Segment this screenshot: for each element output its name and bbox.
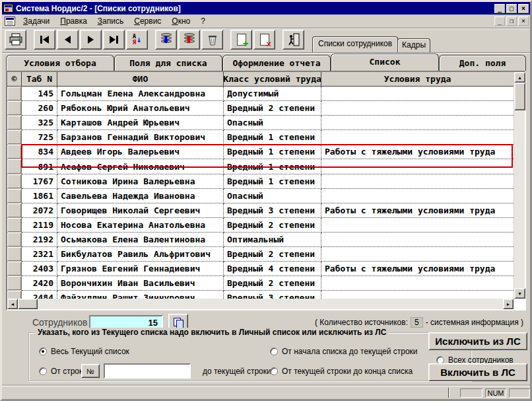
database-upload-icon: ⬆ bbox=[183, 33, 196, 46]
radio-current-to-end[interactable]: От текущей строки до конца списка bbox=[270, 367, 413, 376]
row-number-button[interactable]: № bbox=[81, 364, 100, 378]
cell-tab-number: 2484 bbox=[22, 291, 57, 299]
horizontal-scrollbar[interactable]: ◄ ► bbox=[7, 299, 514, 309]
radio-dot bbox=[270, 347, 278, 355]
menu-tasks[interactable]: Задачи bbox=[18, 15, 55, 27]
next-record-button[interactable] bbox=[80, 30, 102, 50]
cell-tab-number: 2192 bbox=[22, 233, 57, 247]
menu-edit[interactable]: Правка bbox=[55, 15, 92, 27]
clear-list-button[interactable] bbox=[201, 30, 223, 50]
cell-labor-conditions bbox=[321, 218, 514, 233]
cell-labor-class: Вредный 1 степени bbox=[224, 130, 321, 145]
cell-tab-number: 834 bbox=[22, 145, 57, 159]
tab-report-layout[interactable]: Оформление отчета bbox=[222, 55, 331, 71]
save-list-button[interactable]: ⬆ bbox=[178, 30, 200, 50]
table-row[interactable]: 2484 Файзуллин Рашит Зиннурович Вредный … bbox=[7, 291, 514, 299]
mdi-minimize-icon[interactable]: _ bbox=[494, 17, 505, 26]
row-selector[interactable] bbox=[7, 291, 22, 299]
table-row[interactable]: 1861 Савельева Надежда Ивановна Опасный bbox=[7, 189, 514, 203]
sort-button[interactable]: А Я ↓ bbox=[126, 30, 148, 50]
scroll-down-icon[interactable]: ▼ bbox=[514, 288, 525, 299]
mdi-tab-bar: Списки сотрудников Кадры bbox=[312, 30, 430, 52]
print-button[interactable] bbox=[5, 30, 26, 50]
table-row[interactable]: 2403 Грязнов Евгений Геннадиевич Вредный… bbox=[7, 262, 514, 276]
cell-name: Авдеев Игорь Валерьевич bbox=[57, 145, 224, 159]
scroll-right-icon[interactable]: ► bbox=[503, 299, 514, 309]
table-row[interactable]: 2072 Говорищев Николай Сергеевич Вредный… bbox=[7, 203, 514, 218]
row-selector[interactable] bbox=[7, 218, 22, 233]
tab-selection-conditions[interactable]: Условия отбора bbox=[6, 55, 114, 71]
copy-icon bbox=[174, 318, 183, 327]
scroll-up-icon[interactable]: ▲ bbox=[514, 72, 525, 83]
table-row[interactable]: 834 Авдеев Игорь Валерьевич Вредный 1 ст… bbox=[7, 145, 514, 159]
load-list-button[interactable]: ⬇ bbox=[155, 30, 177, 50]
row-selector[interactable] bbox=[7, 189, 22, 203]
row-number-input[interactable] bbox=[104, 363, 191, 379]
row-selector[interactable] bbox=[7, 101, 22, 116]
vertical-scrollbar[interactable]: ▲ ▼ bbox=[514, 72, 525, 299]
tab-list-fields[interactable]: Поля для списка bbox=[114, 55, 222, 71]
marker-column-header: © bbox=[7, 72, 22, 86]
row-selector[interactable] bbox=[7, 276, 22, 291]
mdi-tab-employee-lists[interactable]: Списки сотрудников bbox=[312, 36, 398, 52]
row-selector[interactable] bbox=[7, 247, 22, 262]
labor-conditions-column-header: Условия труда bbox=[321, 72, 514, 86]
scroll-left-icon[interactable]: ◄ bbox=[7, 299, 18, 309]
delete-record-button[interactable]: ✕ bbox=[253, 30, 275, 50]
table-row[interactable]: 145 Гольцман Елена Александровна Допусти… bbox=[7, 87, 514, 101]
title-bar: Система Нордис/2 - [Списки сотрудников] … bbox=[2, 2, 530, 15]
close-icon[interactable]: × bbox=[518, 4, 529, 13]
mdi-restore-icon[interactable]: ❐ bbox=[506, 17, 517, 26]
mdi-tab-personnel[interactable]: Кадры bbox=[397, 38, 430, 52]
radio-start-to-current[interactable]: От начала списка до текущей строки bbox=[270, 347, 418, 356]
table-row[interactable]: 2192 Осьмакова Елена Валентиновна Оптима… bbox=[7, 233, 514, 247]
cell-tab-number: 2403 bbox=[22, 262, 57, 276]
first-record-button[interactable] bbox=[34, 30, 55, 50]
cell-name: Осьмакова Елена Валентиновна bbox=[57, 233, 224, 247]
next-record-icon bbox=[88, 36, 94, 44]
row-selector[interactable] bbox=[7, 116, 22, 130]
radio-from-row[interactable]: От строки bbox=[39, 367, 87, 376]
include-in-list-button[interactable]: Включить в ЛС bbox=[428, 363, 527, 381]
table-row[interactable]: 891 Асафов Сергей Николаевич Вредный 1 с… bbox=[7, 159, 514, 174]
table-row[interactable]: 725 Барзанов Геннадий Викторович Вредный… bbox=[7, 130, 514, 145]
menu-service[interactable]: Сервис bbox=[129, 15, 166, 27]
cell-labor-class: Вредный 4 степени bbox=[224, 262, 321, 276]
table-row[interactable]: 2420 Ворончихин Иван Васильевич Вредный … bbox=[7, 276, 514, 291]
row-selector[interactable] bbox=[7, 262, 22, 276]
table-row[interactable]: 325 Карташов Андрей Юрьевич Опасный bbox=[7, 116, 514, 130]
vertical-scroll-thumb[interactable] bbox=[514, 83, 525, 110]
mdi-system-menu-icon[interactable] bbox=[5, 17, 15, 26]
row-selector[interactable] bbox=[7, 233, 22, 247]
menu-window[interactable]: Окно bbox=[166, 15, 195, 27]
app-window: Система Нордис/2 - [Списки сотрудников] … bbox=[0, 0, 532, 401]
radio-whole-list[interactable]: Весь Текущий список bbox=[39, 347, 129, 356]
mdi-close-icon[interactable]: × bbox=[518, 17, 529, 26]
row-selector[interactable] bbox=[7, 174, 22, 189]
row-selector[interactable] bbox=[7, 203, 22, 218]
horizontal-scroll-thumb[interactable] bbox=[18, 299, 38, 309]
table-row[interactable]: 2321 Бикбулатов Равиль Альфритович Вредн… bbox=[7, 247, 514, 262]
tab-list[interactable]: Список bbox=[331, 54, 439, 71]
minimize-icon[interactable]: _ bbox=[494, 4, 505, 13]
menu-help[interactable]: ? bbox=[195, 15, 211, 27]
menu-record[interactable]: Запись bbox=[92, 15, 129, 27]
row-selector[interactable] bbox=[7, 87, 22, 101]
cell-tab-number: 145 bbox=[22, 87, 57, 101]
tab-extra-fields[interactable]: Доп. поля bbox=[439, 55, 526, 71]
previous-record-button[interactable] bbox=[57, 30, 79, 50]
add-record-button[interactable]: + bbox=[230, 30, 252, 50]
row-selector[interactable] bbox=[7, 145, 22, 159]
table-row[interactable]: 260 Рябоконь Юрий Анатольевич Вредный 2 … bbox=[7, 101, 514, 116]
exclude-from-list-button[interactable]: Исключить из ЛС bbox=[428, 332, 527, 350]
maximize-icon[interactable]: □ bbox=[506, 4, 517, 13]
row-selector[interactable] bbox=[7, 130, 22, 145]
exit-button[interactable] bbox=[283, 30, 304, 50]
last-record-button[interactable] bbox=[103, 30, 125, 50]
table-row[interactable]: 2119 Носова Екатерина Анатольевна Вредны… bbox=[7, 218, 514, 233]
cell-labor-class: Вредный 2 степени bbox=[224, 218, 321, 233]
row-selector[interactable] bbox=[7, 159, 22, 174]
table-row[interactable]: 1767 Сотникова Ирина Валерьевна Вредный … bbox=[7, 174, 514, 189]
toolbar: А Я ↓ ⬇ ⬆ bbox=[2, 28, 530, 53]
cell-name: Файзуллин Рашит Зиннурович bbox=[57, 291, 224, 299]
